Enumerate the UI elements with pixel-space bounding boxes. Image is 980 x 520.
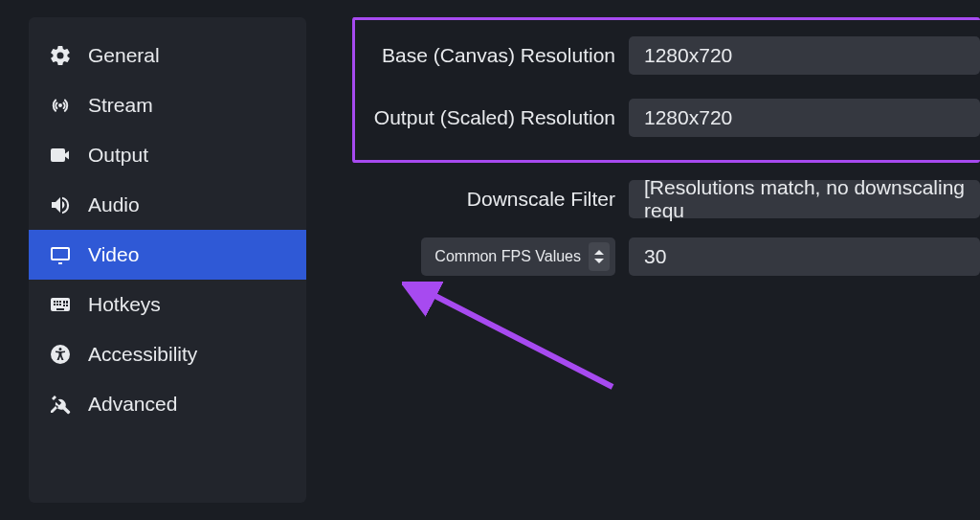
sidebar-item-output[interactable]: Output [29, 130, 306, 180]
svg-line-0 [426, 291, 612, 387]
base-resolution-input[interactable]: 1280x720 [629, 36, 980, 75]
output-resolution-label: Output (Scaled) Resolution [352, 106, 615, 129]
fps-mode-select[interactable]: Common FPS Values [421, 237, 615, 276]
sidebar-item-video[interactable]: Video [29, 230, 306, 280]
gear-icon [48, 43, 73, 68]
sidebar-item-label: Accessibility [88, 343, 197, 366]
annotation-arrow-icon [402, 282, 632, 396]
settings-window: General Stream Output Audio Video [0, 0, 980, 520]
base-resolution-row: Base (Canvas) Resolution 1280x720 [352, 17, 980, 84]
sidebar-item-general[interactable]: General [29, 31, 306, 80]
sidebar-item-stream[interactable]: Stream [29, 80, 306, 130]
speaker-icon [48, 192, 73, 217]
downscale-filter-select[interactable]: [Resolutions match, no downscaling requ [629, 180, 980, 218]
sidebar-item-label: Advanced [88, 393, 177, 416]
downscale-filter-label: Downscale Filter [352, 188, 615, 211]
sidebar-item-advanced[interactable]: Advanced [29, 379, 306, 429]
sidebar-item-label: Output [88, 144, 148, 167]
output-resolution-row: Output (Scaled) Resolution 1280x720 [352, 84, 980, 151]
accessibility-icon [48, 342, 73, 367]
sidebar-item-audio[interactable]: Audio [29, 180, 306, 230]
sidebar-item-label: General [88, 44, 160, 67]
fps-row: Common FPS Values 30 [352, 228, 980, 285]
fps-mode-label: Common FPS Values [434, 248, 581, 265]
keyboard-icon [48, 292, 73, 317]
output-resolution-input[interactable]: 1280x720 [629, 99, 980, 137]
sidebar-item-hotkeys[interactable]: Hotkeys [29, 280, 306, 329]
camera-icon [48, 143, 73, 168]
sidebar-item-accessibility[interactable]: Accessibility [29, 329, 306, 379]
sidebar-item-label: Hotkeys [88, 293, 161, 316]
settings-sidebar: General Stream Output Audio Video [29, 17, 306, 503]
video-settings-panel: Base (Canvas) Resolution 1280x720 Output… [306, 17, 980, 503]
sidebar-item-label: Stream [88, 94, 153, 117]
base-resolution-label: Base (Canvas) Resolution [352, 44, 615, 67]
antenna-icon [48, 93, 73, 118]
downscale-filter-row: Downscale Filter [Resolutions match, no … [352, 170, 980, 228]
sidebar-item-label: Video [88, 243, 139, 266]
fps-mode-stepper-icon [589, 242, 610, 271]
sidebar-item-label: Audio [88, 193, 140, 216]
monitor-icon [48, 242, 73, 267]
fps-value-select[interactable]: 30 [629, 237, 980, 276]
tools-icon [48, 392, 73, 417]
